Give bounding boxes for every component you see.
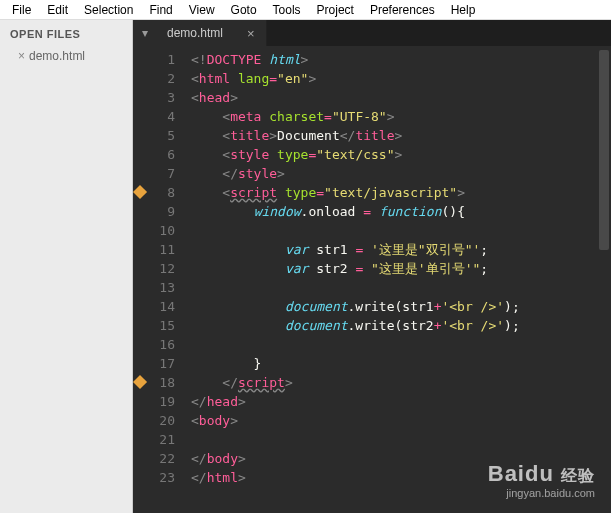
line-number: 20 [133, 411, 175, 430]
tab-label: demo.html [167, 26, 223, 40]
line-number: 4 [133, 107, 175, 126]
code-line[interactable]: document.write(str1+'<br />'); [191, 297, 611, 316]
line-number: 22 [133, 449, 175, 468]
code-line[interactable]: <script type="text/javascript"> [191, 183, 611, 202]
code-line[interactable]: <html lang="en"> [191, 69, 611, 88]
line-number: 6 [133, 145, 175, 164]
scrollbar-vertical[interactable] [599, 50, 609, 250]
menu-view[interactable]: View [181, 1, 223, 19]
line-number: 3 [133, 88, 175, 107]
menu-edit[interactable]: Edit [39, 1, 76, 19]
line-number: 17 [133, 354, 175, 373]
code-line[interactable]: <meta charset="UTF-8"> [191, 107, 611, 126]
editor-area: ▾ demo.html × 12345678910111213141516171… [133, 20, 611, 513]
code-line[interactable]: <title>Document</title> [191, 126, 611, 145]
menu-file[interactable]: File [4, 1, 39, 19]
code-line[interactable]: </html> [191, 468, 611, 487]
line-number: 13 [133, 278, 175, 297]
code-line[interactable]: </style> [191, 164, 611, 183]
sidebar-header: OPEN FILES [0, 20, 132, 46]
menu-tools[interactable]: Tools [265, 1, 309, 19]
line-number: 7 [133, 164, 175, 183]
code-line[interactable]: </body> [191, 449, 611, 468]
line-number: 2 [133, 69, 175, 88]
menu-preferences[interactable]: Preferences [362, 1, 443, 19]
line-number: 10 [133, 221, 175, 240]
line-number: 9 [133, 202, 175, 221]
code-line[interactable] [191, 335, 611, 354]
tab-dropdown-icon[interactable]: ▾ [133, 20, 157, 46]
menu-goto[interactable]: Goto [223, 1, 265, 19]
tab-demo-html[interactable]: demo.html × [157, 20, 267, 46]
code-line[interactable]: document.write(str2+'<br />'); [191, 316, 611, 335]
code-line[interactable]: } [191, 354, 611, 373]
menu-help[interactable]: Help [443, 1, 484, 19]
line-number: 21 [133, 430, 175, 449]
menu-find[interactable]: Find [141, 1, 180, 19]
gutter: 1234567891011121314151617181920212223 [133, 46, 183, 513]
menu-selection[interactable]: Selection [76, 1, 141, 19]
line-number: 14 [133, 297, 175, 316]
close-icon[interactable]: × [18, 49, 25, 63]
code-line[interactable]: <body> [191, 411, 611, 430]
file-name: demo.html [29, 49, 85, 63]
code-line[interactable]: <head> [191, 88, 611, 107]
code[interactable]: <!DOCTYPE html><html lang="en"><head> <m… [183, 46, 611, 513]
line-number: 19 [133, 392, 175, 411]
open-file-item[interactable]: ×demo.html [0, 46, 132, 66]
code-line[interactable] [191, 278, 611, 297]
line-number: 11 [133, 240, 175, 259]
line-number: 16 [133, 335, 175, 354]
main: OPEN FILES ×demo.html ▾ demo.html × 1234… [0, 20, 611, 513]
code-line[interactable]: </script> [191, 373, 611, 392]
menubar: FileEditSelectionFindViewGotoToolsProjec… [0, 0, 611, 20]
code-area[interactable]: 1234567891011121314151617181920212223 <!… [133, 46, 611, 513]
code-line[interactable] [191, 221, 611, 240]
code-line[interactable]: var str1 = '这里是"双引号"'; [191, 240, 611, 259]
tab-close-icon[interactable]: × [247, 26, 255, 41]
tabstrip: ▾ demo.html × [133, 20, 611, 46]
line-number: 12 [133, 259, 175, 278]
line-number: 1 [133, 50, 175, 69]
code-line[interactable]: window.onload = function(){ [191, 202, 611, 221]
code-line[interactable]: </head> [191, 392, 611, 411]
code-line[interactable]: var str2 = "这里是'单引号'"; [191, 259, 611, 278]
line-number: 23 [133, 468, 175, 487]
code-line[interactable]: <!DOCTYPE html> [191, 50, 611, 69]
code-line[interactable] [191, 430, 611, 449]
line-number: 5 [133, 126, 175, 145]
menu-project[interactable]: Project [309, 1, 362, 19]
code-line[interactable]: <style type="text/css"> [191, 145, 611, 164]
line-number: 15 [133, 316, 175, 335]
sidebar: OPEN FILES ×demo.html [0, 20, 133, 513]
